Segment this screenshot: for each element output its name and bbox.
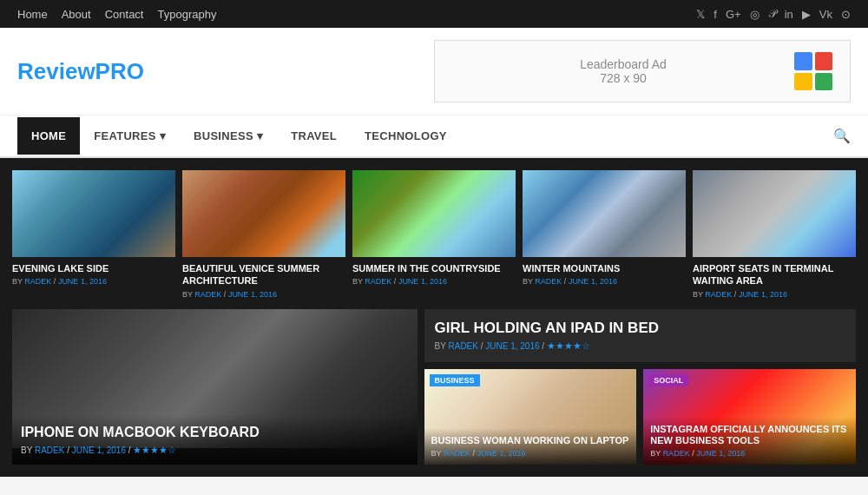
hero-article[interactable]: GIRL HOLDING AN IPAD IN BED BY RADEK / J…	[424, 309, 856, 362]
ad-logo-icon	[794, 52, 832, 90]
hero-article-meta: BY RADEK / JUNE 1, 2016 / ★★★★☆	[435, 340, 845, 352]
nav-item-business[interactable]: BUSINESS ▾	[180, 117, 277, 155]
sub-articles: BUSINESS BUSINESS WOMAN WORKING ON LAPTO…	[424, 369, 856, 465]
featured-grid: EVENING LAKE SIDE BY RADEK / JUNE 1, 201…	[12, 170, 856, 299]
featured-meta-5: BY RADEK / JUNE 1, 2016	[693, 290, 856, 299]
hero-article-stars: ★★★★☆	[547, 340, 590, 351]
chevron-down-icon: ▾	[160, 129, 166, 142]
vk-icon[interactable]: Vk	[819, 8, 832, 21]
hero-article-title: GIRL HOLDING AN IPAD IN BED	[435, 320, 845, 337]
featured-thumb-2	[182, 170, 345, 257]
featured-item-1[interactable]: EVENING LAKE SIDE BY RADEK / JUNE 1, 201…	[12, 170, 175, 299]
featured-item-5[interactable]: AIRPORT SEATS IN TERMINAL WAITING AREA B…	[693, 170, 856, 299]
main-article-overlay: IPHONE ON MACBOOK KEYBOARD BY RADEK / JU…	[12, 415, 418, 464]
sub-article-1-badge: BUSINESS	[430, 374, 480, 386]
content-area: EVENING LAKE SIDE BY RADEK / JUNE 1, 201…	[0, 158, 868, 477]
instagram-icon[interactable]: ◎	[750, 8, 760, 21]
logo-text-review: Review	[17, 58, 95, 84]
facebook-icon[interactable]: f	[713, 8, 717, 21]
featured-meta-2: BY RADEK / JUNE 1, 2016	[182, 290, 345, 299]
linkedin-icon[interactable]: in	[785, 8, 793, 21]
site-logo[interactable]: ReviewPRO	[17, 58, 144, 85]
bottom-section: IPHONE ON MACBOOK KEYBOARD BY RADEK / JU…	[12, 309, 856, 465]
top-navigation: Home About Contact Typography 𝕏 f G+ ◎ 𝒫…	[0, 0, 868, 28]
right-section: GIRL HOLDING AN IPAD IN BED BY RADEK / J…	[424, 309, 856, 465]
nav-contact[interactable]: Contact	[105, 8, 144, 21]
twitter-icon[interactable]: 𝕏	[696, 8, 705, 21]
main-article[interactable]: IPHONE ON MACBOOK KEYBOARD BY RADEK / JU…	[12, 309, 418, 465]
nav-about[interactable]: About	[62, 8, 91, 21]
sub-article-2-title: INSTAGRAM OFFICIALLY ANNOUNCES ITS NEW B…	[650, 424, 849, 446]
featured-title-1: EVENING LAKE SIDE	[12, 262, 175, 274]
featured-thumb-4	[523, 170, 686, 257]
chevron-down-icon-2: ▾	[257, 129, 263, 142]
sub-article-1-overlay: BUSINESS WOMAN WORKING ON LAPTOP BY RADE…	[424, 428, 637, 464]
featured-item-2[interactable]: BEAUTIFUL VENICE SUMMER ARCHITECTURE BY …	[182, 170, 345, 299]
sub-article-1-meta: BY RADEK / JUNE 1, 2016	[431, 449, 630, 458]
sub-article-2[interactable]: SOCIAL INSTAGRAM OFFICIALLY ANNOUNCES IT…	[643, 369, 856, 465]
featured-thumb-5	[693, 170, 856, 257]
featured-title-2: BEAUTIFUL VENICE SUMMER ARCHITECTURE	[182, 262, 345, 287]
site-header: ReviewPRO Leaderboard Ad 728 x 90	[0, 28, 868, 116]
featured-thumb-1	[12, 170, 175, 257]
featured-title-5: AIRPORT SEATS IN TERMINAL WAITING AREA	[693, 262, 856, 287]
sub-article-1[interactable]: BUSINESS BUSINESS WOMAN WORKING ON LAPTO…	[424, 369, 637, 465]
search-icon[interactable]: 🔍	[833, 116, 851, 156]
youtube-icon[interactable]: ▶	[802, 8, 811, 21]
main-article-stars: ★★★★☆	[133, 445, 176, 455]
nav-item-travel[interactable]: TRAVEL	[277, 117, 351, 155]
social-icons: 𝕏 f G+ ◎ 𝒫 in ▶ Vk ⊙	[696, 7, 851, 21]
featured-item-4[interactable]: WINTER MOUNTAINS BY RADEK / JUNE 1, 2016	[523, 170, 686, 299]
nav-typography[interactable]: Typography	[157, 8, 216, 21]
featured-item-3[interactable]: SUMMER IN THE COUNTRYSIDE BY RADEK / JUN…	[352, 170, 516, 299]
featured-meta-4: BY RADEK / JUNE 1, 2016	[523, 277, 686, 286]
leaderboard-ad: Leaderboard Ad 728 x 90	[434, 40, 851, 102]
main-navigation: HOME FEATURES ▾ BUSINESS ▾ TRAVEL TECHNO…	[0, 116, 868, 158]
sub-article-2-meta: BY RADEK / JUNE 1, 2016	[650, 449, 849, 458]
featured-title-3: SUMMER IN THE COUNTRYSIDE	[352, 262, 516, 274]
sub-article-2-badge: SOCIAL	[648, 374, 688, 386]
featured-thumb-3	[352, 170, 516, 257]
nav-item-features[interactable]: FEATURES ▾	[80, 117, 180, 155]
main-article-title: IPHONE ON MACBOOK KEYBOARD	[21, 424, 409, 440]
logo-highlight: PRO	[95, 58, 144, 84]
pinterest-icon[interactable]: 𝒫	[768, 7, 776, 21]
googleplus-icon[interactable]: G+	[726, 8, 741, 21]
nav-item-technology[interactable]: TECHNOLOGY	[351, 117, 461, 155]
main-article-meta: BY RADEK / JUNE 1, 2016 / ★★★★☆	[21, 445, 409, 456]
featured-meta-1: BY RADEK / JUNE 1, 2016	[12, 277, 175, 286]
featured-title-4: WINTER MOUNTAINS	[523, 262, 686, 274]
sub-article-2-overlay: INSTAGRAM OFFICIALLY ANNOUNCES ITS NEW B…	[643, 417, 856, 464]
nav-home[interactable]: Home	[17, 8, 48, 21]
sub-article-1-title: BUSINESS WOMAN WORKING ON LAPTOP	[431, 435, 630, 446]
nav-item-home[interactable]: HOME	[17, 117, 80, 155]
top-nav-links: Home About Contact Typography	[17, 8, 216, 21]
featured-meta-3: BY RADEK / JUNE 1, 2016	[352, 277, 516, 286]
ad-label: Leaderboard Ad 728 x 90	[452, 57, 794, 85]
rss-icon[interactable]: ⊙	[841, 8, 851, 21]
